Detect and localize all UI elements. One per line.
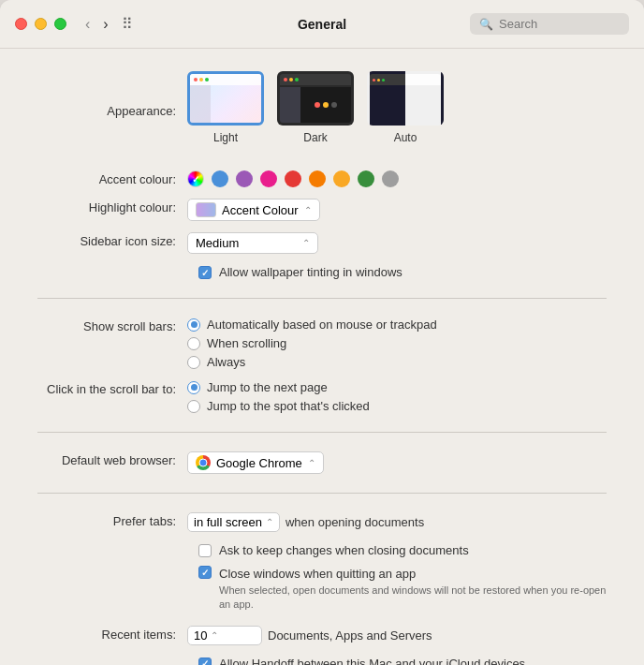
- search-input[interactable]: [499, 17, 620, 31]
- click-spot-radio[interactable]: [187, 400, 200, 413]
- titlebar: ‹ › ⠿ General 🔍: [0, 0, 644, 49]
- close-windows-row: Close windows when quitting an app When …: [37, 565, 607, 613]
- click-spot-row[interactable]: Jump to the spot that's clicked: [187, 399, 370, 413]
- sidebar-icon-size-content: Medium ⌃: [187, 232, 607, 254]
- ask-keep-changes-row: Ask to keep changes when closing documen…: [37, 543, 607, 557]
- scroll-scrolling-label: When scrolling: [207, 336, 286, 350]
- appearance-row: Appearance:: [37, 71, 607, 159]
- wallpaper-tinting-checkbox[interactable]: [198, 266, 212, 279]
- divider-3: [37, 493, 607, 494]
- sidebar-size-chevron-icon: ⌃: [302, 238, 310, 248]
- highlight-colour-content: Accent Colour ⌃: [187, 199, 607, 221]
- click-next-page-label: Jump to the next page: [207, 380, 328, 394]
- recent-items-value: 10: [194, 628, 207, 643]
- appearance-container: Light: [187, 71, 444, 144]
- appearance-dark-label: Dark: [303, 131, 327, 144]
- divider-1: [37, 298, 607, 299]
- search-bar[interactable]: 🔍: [470, 13, 629, 35]
- highlight-colour-row: Highlight colour: Accent Colour ⌃: [37, 199, 607, 221]
- allow-handoff-label: Allow Handoff between this Mac and your …: [219, 657, 525, 665]
- appearance-thumb-light[interactable]: [187, 71, 264, 126]
- accent-color-options: [187, 170, 399, 187]
- appearance-label: Appearance:: [37, 71, 187, 118]
- grid-icon[interactable]: ⠿: [122, 15, 133, 33]
- recent-items-dropdown[interactable]: 10 ⌃: [187, 626, 262, 645]
- scroll-always-row[interactable]: Always: [187, 355, 437, 369]
- accent-orange[interactable]: [309, 170, 326, 187]
- scroll-bars-options: Automatically based on mouse or trackpad…: [187, 318, 437, 369]
- sidebar-icon-size-row: Sidebar icon size: Medium ⌃: [37, 232, 607, 254]
- click-next-page-row[interactable]: Jump to the next page: [187, 380, 370, 394]
- scroll-always-radio[interactable]: [187, 356, 200, 369]
- prefer-tabs-row: Prefer tabs: in full screen ⌃ when openi…: [37, 512, 607, 532]
- minimize-button[interactable]: [35, 18, 47, 30]
- scroll-auto-radio[interactable]: [187, 318, 200, 332]
- close-button[interactable]: [15, 18, 27, 30]
- close-windows-checkbox[interactable]: [198, 566, 212, 579]
- highlight-colour-dropdown[interactable]: Accent Colour ⌃: [187, 199, 320, 221]
- appearance-auto[interactable]: Auto: [367, 71, 444, 144]
- ask-keep-changes-checkbox[interactable]: [198, 544, 212, 557]
- appearance-auto-label: Auto: [394, 131, 417, 144]
- default-browser-dropdown[interactable]: Google Chrome ⌃: [187, 451, 324, 474]
- click-scroll-options: Jump to the next page Jump to the spot t…: [187, 380, 370, 413]
- recent-items-label: Recent items:: [37, 626, 187, 642]
- scroll-auto-label: Automatically based on mouse or trackpad: [207, 318, 437, 332]
- accent-colours: [187, 170, 607, 187]
- scroll-scrolling-radio[interactable]: [187, 337, 200, 350]
- appearance-light[interactable]: Light: [187, 71, 264, 144]
- sidebar-icon-size-dropdown[interactable]: Medium ⌃: [187, 232, 318, 254]
- maximize-button[interactable]: [54, 18, 66, 30]
- prefer-tabs-chevron-icon: ⌃: [266, 517, 273, 527]
- close-windows-text: Close windows when quitting an app When …: [219, 565, 607, 613]
- recent-items-row: Recent items: 10 ⌃ Documents, Apps and S…: [37, 626, 607, 645]
- highlight-colour-value: Accent Colour: [222, 203, 299, 217]
- highlight-chevron-icon: ⌃: [304, 205, 312, 215]
- scroll-bars-row: Show scroll bars: Automatically based on…: [37, 318, 607, 369]
- wallpaper-tinting-label: Allow wallpaper tinting in windows: [219, 265, 402, 279]
- scroll-scrolling-row[interactable]: When scrolling: [187, 336, 437, 350]
- prefer-tabs-suffix: when opening documents: [285, 515, 424, 529]
- accent-purple[interactable]: [236, 170, 253, 187]
- sidebar-icon-size-value: Medium: [196, 236, 239, 250]
- accent-blue[interactable]: [212, 170, 228, 187]
- ask-keep-changes-label: Ask to keep changes when closing documen…: [219, 543, 469, 557]
- accent-pink[interactable]: [260, 170, 277, 187]
- divider-2: [37, 432, 607, 433]
- accent-multicolor[interactable]: [187, 170, 204, 187]
- accent-graphite[interactable]: [382, 170, 399, 187]
- appearance-light-label: Light: [213, 131, 238, 144]
- recent-items-suffix: Documents, Apps and Servers: [268, 628, 432, 643]
- default-browser-content: Google Chrome ⌃: [187, 451, 607, 474]
- appearance-thumb-auto[interactable]: [367, 71, 444, 126]
- recent-items-chevron-icon: ⌃: [211, 630, 218, 641]
- prefer-tabs-value: in full screen: [194, 515, 262, 529]
- scroll-auto-row[interactable]: Automatically based on mouse or trackpad: [187, 318, 437, 332]
- nav-buttons: ‹ ›: [81, 15, 112, 34]
- recent-items-content: 10 ⌃ Documents, Apps and Servers: [187, 626, 607, 645]
- appearance-options: Light: [187, 71, 607, 159]
- forward-button[interactable]: ›: [99, 15, 111, 34]
- appearance-dark[interactable]: Dark: [277, 71, 354, 144]
- click-next-page-radio[interactable]: [187, 381, 200, 394]
- back-button[interactable]: ‹: [81, 15, 94, 34]
- content-area: Appearance:: [0, 49, 644, 665]
- allow-handoff-row: Allow Handoff between this Mac and your …: [37, 657, 607, 665]
- default-browser-row: Default web browser: Google Chrome ⌃: [37, 451, 607, 474]
- accent-yellow[interactable]: [333, 170, 350, 187]
- wallpaper-tinting-row: Allow wallpaper tinting in windows: [37, 265, 607, 279]
- scroll-bars-content: Automatically based on mouse or trackpad…: [187, 318, 607, 369]
- prefer-tabs-label: Prefer tabs:: [37, 512, 187, 528]
- scroll-always-label: Always: [207, 355, 245, 369]
- main-window: ‹ › ⠿ General 🔍 Appearance:: [0, 0, 644, 665]
- chrome-icon: [196, 455, 211, 470]
- allow-handoff-checkbox[interactable]: [198, 658, 212, 665]
- default-browser-label: Default web browser:: [37, 451, 187, 467]
- accent-green[interactable]: [358, 170, 374, 187]
- prefer-tabs-dropdown[interactable]: in full screen ⌃: [187, 512, 280, 532]
- prefer-tabs-content: in full screen ⌃ when opening documents: [187, 512, 607, 532]
- traffic-lights: [15, 18, 66, 30]
- accent-red[interactable]: [285, 170, 301, 187]
- appearance-thumb-dark[interactable]: [277, 71, 354, 126]
- click-scroll-label: Click in the scroll bar to:: [37, 380, 187, 396]
